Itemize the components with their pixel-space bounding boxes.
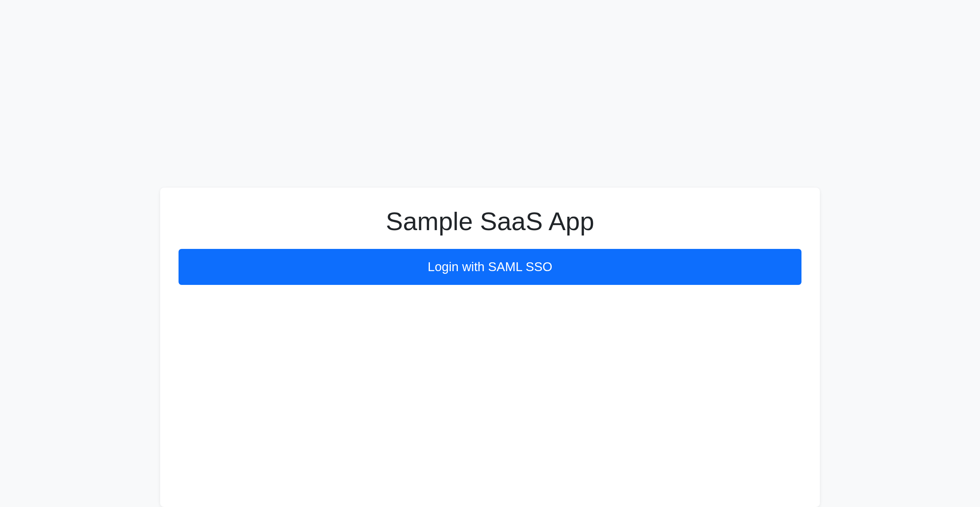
login-card: Sample SaaS App Login with SAML SSO xyxy=(160,188,820,507)
app-title: Sample SaaS App xyxy=(179,206,801,237)
login-saml-sso-button[interactable]: Login with SAML SSO xyxy=(179,249,801,285)
